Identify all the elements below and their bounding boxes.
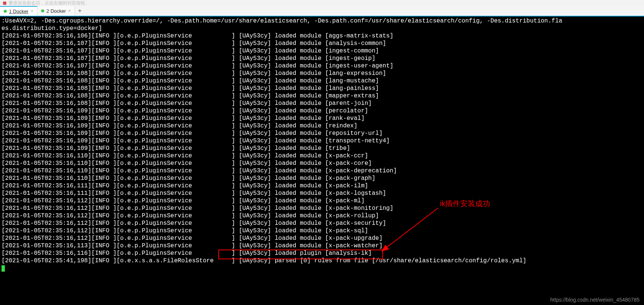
log-line: [2021-01-05T02:35:16,109][INFO ][o.e.p.P…	[1, 122, 643, 130]
status-dot-icon	[4, 10, 7, 13]
log-line: [2021-01-05T02:35:16,109][INFO ][o.e.p.P…	[1, 130, 643, 137]
tab-docker-2[interactable]: 2 Docker ×	[37, 6, 75, 16]
cursor-line	[1, 265, 643, 272]
watermark: https://blog.csdn.net/weixin_45480785	[550, 297, 640, 303]
log-line: [2021-01-05T02:35:16,107][INFO ][o.e.p.P…	[1, 55, 643, 62]
log-line: [2021-01-05T02:35:16,106][INFO ][o.e.p.P…	[1, 32, 643, 40]
hint-bar: 要添加当前会话，点击左侧的对应按钮。	[0, 0, 644, 6]
log-line: [2021-01-05T02:35:16,108][INFO ][o.e.p.P…	[1, 70, 643, 77]
log-line: [2021-01-05T02:35:16,109][INFO ][o.e.p.P…	[1, 107, 643, 115]
log-line: [2021-01-05T02:35:16,112][INFO ][o.e.p.P…	[1, 212, 643, 220]
log-line: [2021-01-05T02:35:16,113][INFO ][o.e.p.P…	[1, 242, 643, 250]
log-line: [2021-01-05T02:35:16,116][INFO ][o.e.p.P…	[1, 250, 643, 257]
log-line: [2021-01-05T02:35:16,109][INFO ][o.e.p.P…	[1, 115, 643, 122]
tab-label: 1 Docker	[9, 9, 28, 14]
log-line: [2021-01-05T02:35:16,112][INFO ][o.e.p.P…	[1, 220, 643, 227]
log-line: [2021-01-05T02:35:16,112][INFO ][o.e.p.P…	[1, 205, 643, 212]
tab-bar: 1 Docker × 2 Docker × +	[0, 6, 644, 16]
terminal-output[interactable]: :UseAVX=2, -Des.cgroups.hierarchy.overri…	[0, 16, 644, 273]
log-line: [2021-01-05T02:35:16,111][INFO ][o.e.p.P…	[1, 182, 643, 190]
log-line: [2021-01-05T02:35:16,110][INFO ][o.e.p.P…	[1, 167, 643, 175]
tab-docker-1[interactable]: 1 Docker ×	[0, 6, 37, 16]
hint-text: 要添加当前会话，点击左侧的对应按钮。	[9, 0, 89, 6]
close-icon[interactable]: ×	[31, 9, 33, 14]
log-line: [2021-01-05T02:35:16,107][INFO ][o.e.p.P…	[1, 40, 643, 47]
add-tab-button[interactable]: +	[75, 6, 85, 16]
tab-label: 2 Docker	[46, 8, 66, 14]
log-line: [2021-01-05T02:35:16,107][INFO ][o.e.p.P…	[1, 62, 643, 70]
log-line: [2021-01-05T02:35:16,108][INFO ][o.e.p.P…	[1, 77, 643, 85]
log-line: [2021-01-05T02:35:16,110][INFO ][o.e.p.P…	[1, 175, 643, 182]
log-line: [2021-01-05T02:35:16,112][INFO ][o.e.p.P…	[1, 235, 643, 242]
log-line: [2021-01-05T02:35:16,108][INFO ][o.e.p.P…	[1, 85, 643, 92]
log-line: [2021-01-05T02:35:16,110][INFO ][o.e.p.P…	[1, 152, 643, 160]
log-line: [2021-01-05T02:35:16,107][INFO ][o.e.p.P…	[1, 47, 643, 55]
log-header: :UseAVX=2, -Des.cgroups.hierarchy.overri…	[1, 17, 643, 25]
log-line: [2021-01-05T02:35:16,109][INFO ][o.e.p.P…	[1, 145, 643, 152]
log-line: [2021-01-05T02:35:16,110][INFO ][o.e.p.P…	[1, 160, 643, 167]
log-line: [2021-01-05T02:35:41,198][INFO ][o.e.x.s…	[1, 257, 643, 265]
log-line: [2021-01-05T02:35:16,111][INFO ][o.e.p.P…	[1, 190, 643, 197]
log-line: [2021-01-05T02:35:16,109][INFO ][o.e.p.P…	[1, 137, 643, 145]
log-line: [2021-01-05T02:35:16,108][INFO ][o.e.p.P…	[1, 100, 643, 107]
log-header2: es.distribution.type=docker]	[1, 25, 643, 32]
log-line: [2021-01-05T02:35:16,108][INFO ][o.e.p.P…	[1, 92, 643, 100]
hint-dot-icon	[3, 1, 6, 5]
log-line: [2021-01-05T02:35:16,112][INFO ][o.e.p.P…	[1, 197, 643, 205]
close-icon[interactable]: ×	[68, 8, 71, 13]
status-dot-icon	[41, 9, 44, 12]
log-line: [2021-01-05T02:35:16,112][INFO ][o.e.p.P…	[1, 227, 643, 235]
cursor-icon	[1, 265, 5, 272]
